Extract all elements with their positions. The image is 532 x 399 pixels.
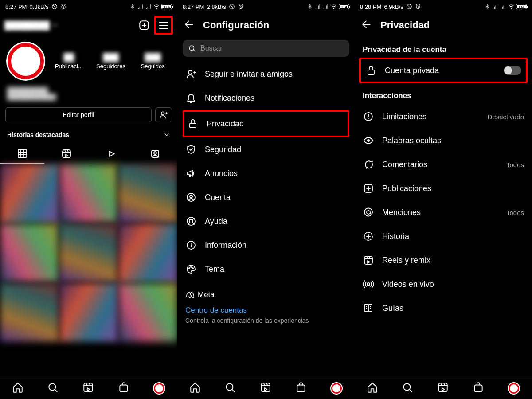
back-button[interactable] [361,19,372,32]
nav-reels[interactable] [437,382,449,395]
phone-profile: 8:27 PM 0.8kB/s 114 ████████ [0,0,177,399]
svg-rect-11 [120,385,127,391]
nav-profile[interactable] [508,382,520,395]
nav-home[interactable] [189,382,201,395]
nav-reels[interactable] [260,382,271,395]
palette-icon [185,263,197,275]
megaphone-icon [185,168,197,179]
status-net: 6.9kB/s [384,4,403,10]
signal-icon [137,4,144,10]
nav-shop[interactable] [473,382,484,395]
do-not-disturb-icon [229,4,235,10]
tab-tagged[interactable] [133,144,177,164]
highlights-header[interactable]: Historias destacadas [0,125,177,144]
status-bar: 8:28 PM 6.9kB/s 114 [355,0,532,13]
search-input[interactable]: Buscar [183,40,349,57]
settings-item-privacy[interactable]: Privacidad [184,112,348,136]
stat-following[interactable]: ███ Seguidos [134,53,171,70]
status-net: 0.8kB/s [29,4,48,10]
alarm-icon [415,4,421,10]
phone-privacy: 8:28 PM 6.9kB/s 114 Privacidad Privacida… [355,0,532,399]
status-time: 8:28 PM [360,4,381,10]
svg-point-34 [367,139,370,142]
tab-grid[interactable] [0,144,44,164]
username-dropdown[interactable]: ████████ [4,21,59,30]
settings-item-help[interactable]: Ayuda [177,209,355,233]
privacy-item-private-account[interactable]: Cuenta privada [361,59,526,82]
lock-icon [187,118,199,129]
bottom-nav [0,377,177,399]
nav-shop[interactable] [295,382,307,395]
privacy-item-posts[interactable]: Publicaciones [355,176,532,200]
plus-square-icon [363,183,374,194]
do-not-disturb-icon [406,4,412,10]
settings-item-follow[interactable]: Seguir e invitar a amigos [177,62,355,86]
discover-people-button[interactable] [155,107,172,122]
nav-profile[interactable] [330,382,343,395]
meta-description: Controla la configuración de las experie… [185,317,347,325]
nav-shop[interactable] [118,382,129,395]
nav-home[interactable] [367,382,378,395]
privacy-item-mentions[interactable]: Menciones Todos [355,200,532,224]
svg-rect-32 [368,70,374,74]
status-time: 8:27 PM [183,4,204,10]
privacy-item-guides[interactable]: Guías [355,296,532,320]
svg-point-25 [192,268,193,269]
privacy-item-comments[interactable]: Comentarios Todos [355,153,532,176]
settings-item-account[interactable]: Cuenta [177,185,355,209]
wifi-icon [508,4,514,10]
stat-followers[interactable]: ███ Seguidores [93,53,129,70]
settings-item-info[interactable]: Información [177,233,355,257]
accounts-center-link[interactable]: Centro de cuentas [185,300,347,317]
bluetooth-icon [484,4,490,10]
settings-item-ads[interactable]: Anuncios [177,161,355,185]
story-icon [363,231,374,242]
page-title: Privacidad [380,20,430,31]
create-post-button[interactable] [137,19,151,32]
person-circle-icon [185,192,197,203]
tab-video[interactable] [89,144,133,164]
battery-icon: 114 [339,4,349,9]
nav-search[interactable] [47,382,59,395]
wifi-icon [153,4,160,10]
section-account-privacy: Privacidad de la cuenta [355,37,532,58]
svg-point-16 [188,70,192,74]
privacy-item-limits[interactable]: Limitaciones Desactivado [355,105,532,129]
svg-point-31 [511,8,511,9]
meta-logo: Meta [185,290,347,300]
chevron-down-icon [163,131,170,138]
svg-point-8 [154,152,156,154]
private-account-toggle[interactable] [504,66,521,75]
nav-search[interactable] [224,382,236,395]
hamburger-menu-button[interactable] [157,19,170,32]
guides-icon [363,302,374,314]
back-button[interactable] [184,19,195,32]
at-icon [363,207,374,218]
signal-icon-2 [500,4,506,10]
privacy-item-story[interactable]: Historia [355,224,532,248]
privacy-list: Limitaciones Desactivado Palabras oculta… [355,104,532,377]
tab-reels[interactable] [44,144,89,164]
edit-profile-button[interactable]: Editar perfil [5,107,152,122]
nav-search[interactable] [402,382,413,395]
settings-item-security[interactable]: Seguridad [177,137,355,161]
profile-avatar[interactable] [6,42,45,81]
do-not-disturb-icon [51,4,58,10]
privacy-item-reels[interactable]: Reels y remix [355,248,532,272]
privacy-item-hidden-words[interactable]: Palabras ocultas [355,129,532,153]
phone-settings: 8:27 PM 2.8kB/s 114 Configuración Buscar… [177,0,355,399]
settings-item-notifications[interactable]: Notificaciones [177,86,355,110]
profile-feed[interactable] [0,164,177,377]
svg-point-36 [367,211,370,214]
stat-posts[interactable]: ██ Publicaci... [51,53,87,70]
privacy-item-live[interactable]: Videos en vivo [355,272,532,296]
nav-home[interactable] [12,382,23,395]
svg-point-4 [161,112,164,115]
svg-rect-42 [474,385,482,391]
nav-profile[interactable] [153,382,165,395]
settings-item-theme[interactable]: Tema [177,257,355,281]
highlight-hamburger [154,16,173,35]
nav-reels[interactable] [82,382,94,395]
profile-bio: ██████████████████████ [0,85,177,105]
wifi-icon [331,4,337,10]
